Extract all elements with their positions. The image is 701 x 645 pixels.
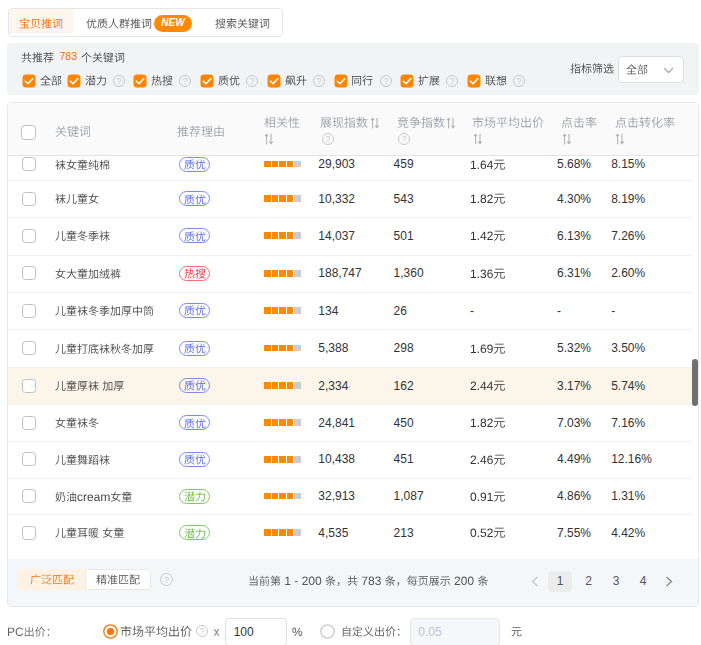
svg-text:?: ? xyxy=(517,76,522,86)
svg-text:?: ? xyxy=(450,76,455,86)
svg-text:?: ? xyxy=(164,574,169,584)
svg-text:?: ? xyxy=(183,76,188,86)
svg-text:?: ? xyxy=(116,76,121,86)
svg-text:?: ? xyxy=(402,134,407,144)
svg-text:?: ? xyxy=(383,76,388,86)
svg-text:?: ? xyxy=(199,626,204,636)
svg-text:?: ? xyxy=(250,76,255,86)
svg-text:?: ? xyxy=(326,134,331,144)
svg-text:?: ? xyxy=(316,76,321,86)
